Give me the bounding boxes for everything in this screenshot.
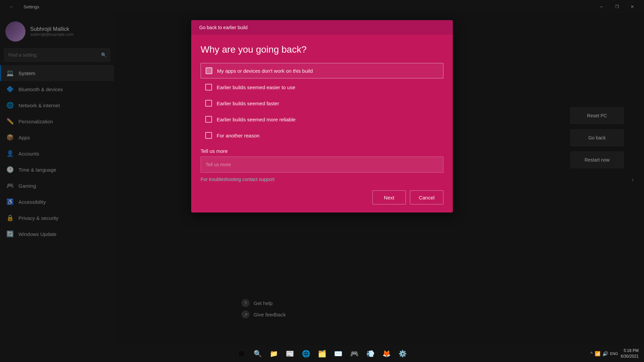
option-reliable[interactable]: Earlier builds seemed more reliable [201,112,443,127]
option-label-apps-devices: My apps or devices don't work on this bu… [217,68,313,74]
tell-us-input[interactable] [201,157,443,173]
dialog-footer: Next Cancel [201,190,443,204]
option-faster[interactable]: Earlier builds seemed faster [201,96,443,111]
checkbox-easier[interactable] [205,84,212,90]
dialog-body: Why are you going back? My apps or devic… [191,35,453,213]
taskbar-xbox-button[interactable]: 🎮 [347,346,362,361]
taskbar-firefox-button[interactable]: 🦊 [379,346,394,361]
cancel-button[interactable]: Cancel [410,190,443,204]
taskbar-steam-button[interactable]: 💨 [363,346,378,361]
taskbar: ⊞ 🔍 📁 📰 🌐 🗂️ ✉️ 🎮 💨 🦊 ⚙️ ^ 📶 🔊 ENG 5:18 … [0,345,644,362]
taskbar-settings-button[interactable]: ⚙️ [395,346,410,361]
dialog-header: Go back to earlier build [191,20,453,35]
taskbar-edge-button[interactable]: 🌐 [299,346,313,361]
dialog-overlay: Go back to earlier build Why are you goi… [0,0,644,362]
go-back-dialog: Go back to earlier build Why are you goi… [191,20,453,213]
checkbox-reliable[interactable] [205,116,212,123]
option-apps-devices[interactable]: My apps or devices don't work on this bu… [201,63,443,78]
checkbox-other[interactable] [205,132,212,139]
checkbox-faster[interactable] [205,100,212,107]
option-label-reliable: Earlier builds seemed more reliable [217,117,296,122]
taskbar-fileexplorer-button[interactable]: 📁 [266,346,281,361]
tell-us-section: Tell us more [201,148,443,173]
taskbar-sys-icons: ^ 📶 🔊 ENG [590,351,618,356]
next-button[interactable]: Next [372,190,406,204]
option-other[interactable]: For another reason [201,128,443,143]
taskbar-news-button[interactable]: 📰 [282,346,297,361]
taskbar-wifi-icon[interactable]: 📶 [595,351,600,356]
option-label-faster: Earlier builds seemed faster [217,101,279,106]
option-label-easier: Earlier builds seemed easier to use [217,84,295,90]
taskbar-lang-icon[interactable]: ENG [610,352,618,356]
taskbar-volume-icon[interactable]: 🔊 [602,351,608,356]
taskbar-search-button[interactable]: 🔍 [250,346,265,361]
taskbar-mail-button[interactable]: ✉️ [331,346,345,361]
taskbar-date: 6/30/2021 [621,354,639,359]
checkbox-apps-devices[interactable] [206,67,212,74]
taskbar-chevron-icon[interactable]: ^ [590,351,593,356]
dialog-title: Why are you going back? [201,44,443,55]
option-easier[interactable]: Earlier builds seemed easier to use [201,80,443,95]
taskbar-time: 5:18 PM [621,348,639,354]
taskbar-right: ^ 📶 🔊 ENG 5:18 PM 6/30/2021 [590,348,639,359]
taskbar-clock[interactable]: 5:18 PM 6/30/2021 [621,348,639,359]
taskbar-start-button[interactable]: ⊞ [234,346,249,361]
taskbar-folder-button[interactable]: 🗂️ [315,346,329,361]
option-label-other: For another reason [217,133,260,138]
tell-us-label: Tell us more [201,148,443,154]
support-link[interactable]: For troubleshooting contact support [201,177,274,182]
